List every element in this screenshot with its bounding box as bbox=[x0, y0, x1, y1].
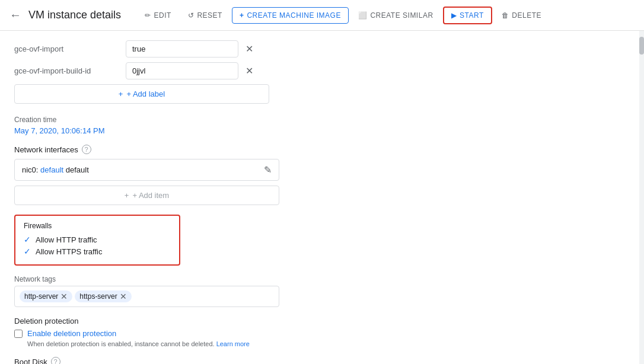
back-button[interactable]: ← bbox=[9, 8, 21, 22]
create-machine-image-icon: + bbox=[240, 11, 244, 20]
create-machine-image-button[interactable]: + CREATE MACHINE IMAGE bbox=[232, 7, 349, 24]
start-button[interactable]: ▶ START bbox=[443, 7, 492, 24]
http-traffic-label: Allow HTTP traffic bbox=[36, 235, 97, 244]
clear-label-2-button[interactable]: ✕ bbox=[243, 64, 256, 78]
deletion-check-row: Enable deletion protection bbox=[14, 329, 342, 338]
firewall-http-row: ✓ Allow HTTP traffic bbox=[24, 235, 171, 244]
toolbar: ← VM instance details ✏ EDIT ↺ RESET + C… bbox=[0, 0, 644, 31]
clear-label-1-button[interactable]: ✕ bbox=[243, 42, 256, 56]
firewalls-title: Firewalls bbox=[24, 222, 171, 230]
nic-row: nic0: default default ✎ bbox=[14, 159, 279, 181]
start-icon: ▶ bbox=[451, 11, 457, 20]
network-tags-section: Network tags http-server ✕ https-server … bbox=[14, 275, 342, 307]
creation-time-label: Creation time bbox=[14, 116, 342, 124]
nic-text: nic0: default default bbox=[22, 165, 89, 174]
https-traffic-label: Allow HTTPS traffic bbox=[36, 247, 102, 256]
enable-deletion-protection-label[interactable]: Enable deletion protection bbox=[27, 329, 116, 338]
firewall-https-row: ✓ Allow HTTPS traffic bbox=[24, 247, 171, 256]
tag-chip-http-server: http-server ✕ bbox=[20, 290, 72, 302]
network-tags-input[interactable]: http-server ✕ https-server ✕ bbox=[14, 286, 279, 307]
deletion-protection-checkbox[interactable] bbox=[14, 330, 23, 338]
network-interfaces-help-icon[interactable]: ? bbox=[82, 145, 91, 154]
http-check-icon: ✓ bbox=[24, 235, 31, 244]
https-check-icon: ✓ bbox=[24, 247, 31, 256]
create-similar-icon: ⬜ bbox=[358, 11, 368, 20]
creation-time-value: May 7, 2020, 10:06:14 PM bbox=[14, 126, 342, 135]
add-item-button[interactable]: + + Add item bbox=[14, 186, 279, 205]
edit-button[interactable]: ✏ EDIT bbox=[138, 8, 178, 23]
boot-disk-section: Boot Disk ? Name pnetlab Mode Boot, read… bbox=[14, 357, 342, 364]
deletion-protection-title: Deletion protection bbox=[14, 317, 342, 325]
back-icon: ← bbox=[9, 8, 21, 22]
page-title: VM instance details bbox=[28, 9, 121, 21]
add-label-text: + Add label bbox=[126, 90, 165, 98]
firewalls-section: Firewalls ✓ Allow HTTP traffic ✓ Allow H… bbox=[14, 215, 180, 266]
reset-icon: ↺ bbox=[188, 11, 195, 20]
learn-more-link[interactable]: Learn more bbox=[216, 340, 250, 347]
add-label-icon: + bbox=[119, 90, 123, 98]
label-row-gce-ovf-import-build-id: gce-ovf-import-build-id ✕ bbox=[14, 62, 342, 79]
tag-chip-https-server: https-server ✕ bbox=[75, 290, 131, 302]
nic-subnetwork: default bbox=[66, 165, 89, 174]
network-tags-label: Network tags bbox=[14, 275, 342, 283]
deletion-note: When deletion protection is enabled, ins… bbox=[27, 340, 342, 347]
boot-disk-title: Boot Disk ? bbox=[14, 357, 342, 364]
tag-https-server-remove[interactable]: ✕ bbox=[120, 292, 127, 301]
scrollbar[interactable] bbox=[639, 31, 644, 364]
boot-disk-help-icon[interactable]: ? bbox=[51, 357, 60, 364]
tag-https-server-text: https-server bbox=[79, 292, 117, 301]
deletion-protection-section: Deletion protection Enable deletion prot… bbox=[14, 317, 342, 347]
nic-edit-icon[interactable]: ✎ bbox=[264, 164, 272, 175]
reset-button[interactable]: ↺ RESET bbox=[181, 8, 229, 23]
edit-icon: ✏ bbox=[145, 11, 151, 20]
creation-time-section: Creation time May 7, 2020, 10:06:14 PM bbox=[14, 116, 342, 135]
tag-http-server-remove[interactable]: ✕ bbox=[60, 292, 68, 301]
add-item-icon: + bbox=[125, 191, 129, 200]
nic-network: default bbox=[40, 165, 63, 174]
delete-icon: 🗑 bbox=[502, 11, 509, 20]
delete-button[interactable]: 🗑 DELETE bbox=[495, 8, 549, 23]
network-interfaces-header: Network interfaces ? bbox=[14, 145, 342, 154]
label-value-input-2[interactable] bbox=[126, 62, 238, 79]
add-label-button[interactable]: + + Add label bbox=[14, 84, 269, 104]
label-key-2: gce-ovf-import-build-id bbox=[14, 66, 121, 75]
create-similar-button[interactable]: ⬜ CREATE SIMILAR bbox=[351, 8, 441, 23]
label-row-gce-ovf-import: gce-ovf-import ✕ bbox=[14, 40, 342, 58]
main-content: gce-ovf-import ✕ gce-ovf-import-build-id… bbox=[0, 31, 356, 364]
tag-http-server-text: http-server bbox=[24, 292, 58, 301]
nic-id: nic0: bbox=[22, 165, 38, 174]
network-interfaces-title: Network interfaces bbox=[14, 145, 78, 154]
add-item-text: + Add item bbox=[132, 191, 169, 200]
label-value-input-1[interactable] bbox=[126, 40, 238, 58]
label-key-1: gce-ovf-import bbox=[14, 44, 121, 53]
scrollbar-thumb[interactable] bbox=[639, 37, 644, 55]
